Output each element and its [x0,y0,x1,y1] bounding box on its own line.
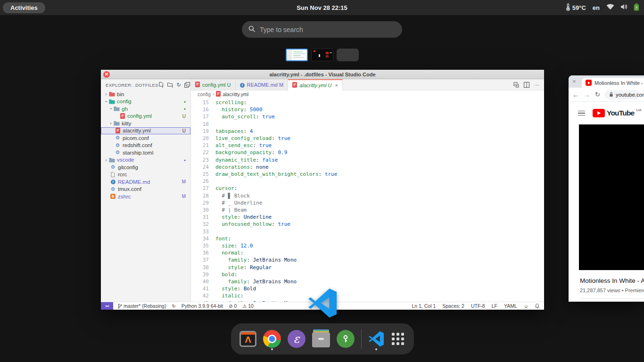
line-number: 33 [191,228,209,235]
tree-item-gh[interactable]: ›gh● [101,105,190,113]
forward-icon[interactable]: → [584,91,590,99]
dock-chrome-icon[interactable] [263,327,281,351]
reload-icon[interactable]: ↻ [595,91,600,98]
status-item-yaml[interactable]: YAML [504,303,517,309]
line-number: 41 [191,285,209,292]
video-player[interactable] [579,124,644,270]
tab-README.md[interactable]: iREADME.md M [236,79,289,90]
split-editor-icon[interactable] [524,82,529,88]
tab-label: config.yml U [202,82,231,88]
dock-emacs-icon[interactable]: ε [288,327,305,351]
tab-config.yml[interactable]: config.yml U [191,79,236,90]
code-line-15: 15scrolling: [191,99,544,106]
yaml-icon [119,113,126,119]
open-changes-icon[interactable] [513,82,519,88]
chevron-icon: › [104,157,108,163]
status-item-lf[interactable]: LF [492,303,497,309]
breadcrumb[interactable]: config › alacritty.yml [191,90,544,98]
code-line-34: 34font: [191,235,544,242]
status-item-ln[interactable]: Ln 1, Col 1 [412,303,436,309]
tree-item-bin[interactable]: ›bin [101,90,190,98]
tab-close-icon[interactable]: × [335,82,338,88]
vscode-app-icon[interactable] [307,288,338,318]
dock-files-icon[interactable] [312,327,330,351]
tab-alacritty.yml[interactable]: alacritty.yml U× [288,79,343,90]
chrome-active-tab[interactable]: Motionless In White - / [582,78,644,88]
tab-label: alacritty.yml U [299,82,331,88]
line-number: 36 [191,249,209,256]
line-number: 23 [191,156,209,164]
folder-icon [113,106,120,111]
status-item-spaces[interactable]: Spaces: 2 [442,303,464,309]
breadcrumb-file[interactable]: alacritty.yml [223,91,248,97]
tree-item-picom.conf[interactable]: ⚙picom.conf [101,134,190,142]
tree-item-alacritty.yml[interactable]: alacritty.ymlU [101,127,190,135]
remote-indicator[interactable]: >< [101,302,113,310]
code-line-38: 38 style: Regular [191,264,544,271]
tab-label: README.md M [247,82,284,88]
back-icon[interactable]: ← [572,91,579,99]
tree-item-starship.toml[interactable]: ⚙starship.toml [101,149,190,156]
preview-close-icon[interactable]: × [572,78,576,85]
workspace-thumbnail-empty[interactable] [337,49,359,61]
tree-item-redshift.conf[interactable]: ⚙redshift.conf [101,142,190,149]
new-folder-icon[interactable] [167,82,173,88]
temperature-value: 59°C [572,4,586,11]
status-item-master[interactable]: master* (Rebasing) [118,303,166,309]
clock[interactable]: Sun Nov 28 22:15 [0,4,644,11]
status-item-0[interactable]: ⊘0 [229,303,237,309]
search-field[interactable]: Type to search [242,21,402,38]
breadcrumb-folder[interactable]: config [198,91,211,97]
tree-item-label: gitconfig [118,165,186,170]
dock-separator [361,329,362,349]
tree-item-gitconfig[interactable]: ⚙gitconfig [101,164,190,171]
status-item-sync[interactable]: ↻ [172,304,175,309]
tree-item-vscode[interactable]: ›vscode● [101,156,190,164]
system-status-area[interactable] [606,3,639,12]
video-meta: 21,287,857 views • Premiered Dec [580,288,644,293]
editor-more-icon[interactable]: ··· [534,82,539,88]
youtube-region-badge: UA [636,108,641,112]
status-item-10[interactable]: ⚠10 [242,303,254,309]
status-item-utf8[interactable]: UTF-8 [471,303,485,309]
dock-vscode-icon[interactable] [368,327,384,351]
workspace-thumbnail-youtube[interactable] [311,49,333,61]
address-bar[interactable]: youtube.com/wa [605,90,640,99]
workspace-thumbnail-active[interactable] [286,49,308,61]
dock-alacritty-icon[interactable]: Λ [239,327,256,351]
code-editor[interactable]: 15scrolling:16 history: 500017 auto_scro… [191,98,544,302]
tree-item-zshrc[interactable]: $zshrcM [101,193,190,200]
tree-item-README.md[interactable]: iREADME.mdM [101,178,190,186]
gear-icon: ⚙ [109,187,116,192]
youtube-logo[interactable]: YouTube UA [593,109,642,117]
tree-item-label: gh [122,106,182,112]
youtube-logo-text: YouTube [607,109,634,117]
tree-item-rcrc[interactable]: rcrc [101,171,190,179]
collapse-all-icon[interactable] [184,82,190,88]
new-file-icon[interactable] [158,82,164,88]
tree-item-label: rcrc [118,172,186,177]
keyboard-layout-indicator[interactable]: en [593,4,600,11]
info-icon: i [109,180,116,184]
dock-keepassxc-icon[interactable] [337,327,355,351]
code-line-19: 19tabspaces: 4 [191,128,544,135]
git-badge: M [182,194,186,199]
dock-app-grid-icon[interactable] [391,327,405,351]
search-icon [248,25,255,34]
status-item-feedback[interactable]: ☺ [524,304,528,309]
top-bar: Activities Sun Nov 28 22:15 59°C en [0,0,644,15]
tree-item-config.yml[interactable]: config.ymlU [101,113,190,120]
git-badge: ● [184,107,186,110]
tree-item-config[interactable]: ›config● [101,98,190,106]
status-item-bell[interactable] [535,304,539,309]
refresh-icon[interactable]: ↻ [177,82,181,88]
tree-item-tmux.conf[interactable]: ⚙tmux.conf [101,186,190,193]
status-item-python[interactable]: Python 3.9.9 64-bit [182,303,223,309]
explorer-header: EXPLORER: .DOTFILES [106,82,158,88]
menu-icon[interactable] [578,111,585,116]
window-close-icon[interactable]: ✕ [103,71,110,78]
tree-item-kitty[interactable]: ›kitty [101,120,190,127]
vscode-titlebar[interactable]: ✕ alacritty.yml - .dotfiles - Visual Stu… [101,70,544,79]
git-badge: U [182,128,186,133]
chevron-icon: › [104,91,108,97]
